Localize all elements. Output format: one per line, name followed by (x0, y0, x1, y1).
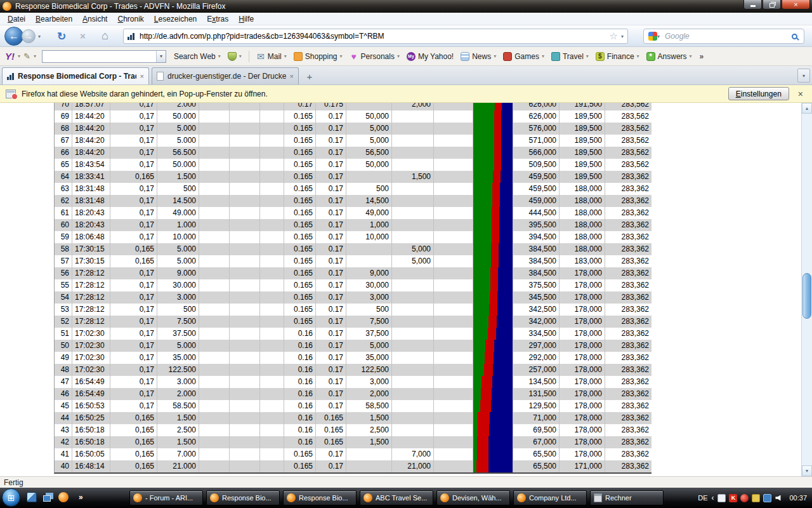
taskbar-task-5[interactable]: Devisen, Wäh... (436, 490, 510, 505)
toolbar-overflow-icon[interactable]: » (700, 52, 704, 61)
yahoo-item-my-yahoo[interactable]: MyMy Yahoo! (405, 52, 455, 61)
cell-bid: 0.16 (284, 340, 316, 352)
cell-day_total: 283,362 (605, 412, 652, 424)
tab-close-icon[interactable]: × (140, 72, 144, 80)
url-input[interactable]: http://de.advfn.com/p.php?pid=trades&cb=… (123, 29, 628, 44)
yahoo-item-shopping[interactable]: Shopping▾ (292, 52, 344, 61)
tab-close-icon[interactable]: × (290, 72, 294, 80)
notification-close-icon[interactable]: × (798, 89, 803, 99)
home-button[interactable]: ⌂ (102, 29, 108, 43)
list-all-tabs-button[interactable]: ▾ (797, 69, 810, 83)
window-switcher-icon[interactable] (43, 495, 51, 502)
bookmark-star-icon[interactable]: ☆ (610, 30, 618, 42)
cell-time: 18:43:54 (72, 159, 110, 171)
reload-button[interactable]: ↻ (57, 30, 66, 43)
back-button[interactable]: ← (4, 27, 23, 46)
window-title: Response Biomedical Corp - Trades - ADVF… (15, 2, 743, 11)
taskbar-task-1[interactable]: - Forum - ARI... (129, 490, 203, 505)
yahoo-item-mail[interactable]: ✉Mail▾ (254, 52, 289, 61)
scroll-down-button[interactable]: ▼ (802, 465, 812, 476)
search-input[interactable]: ▾ Google (643, 29, 804, 44)
chevron-down-icon[interactable]: ▾ (18, 53, 20, 59)
cell-empty (230, 412, 260, 424)
google-icon (648, 32, 657, 41)
kaspersky-tray-icon[interactable]: K (729, 494, 737, 502)
cell-n: 57 (55, 255, 72, 267)
quick-launch-overflow-icon[interactable]: » (79, 493, 83, 502)
status-bar: Fertig (0, 476, 812, 488)
chevron-down-icon[interactable]: ▾ (34, 53, 36, 59)
cell-buy: 2,500 (346, 424, 392, 436)
tab-1[interactable]: Response Biomedical Corp - Trad...× (2, 67, 149, 84)
cell-ask: 0.17 (316, 291, 346, 304)
taskbar-task-4[interactable]: ABC Travel Se... (360, 490, 433, 505)
band-green (473, 291, 490, 304)
menu-ansicht[interactable]: Ansicht (77, 13, 112, 25)
cell-empty (199, 110, 230, 123)
new-tab-button[interactable]: + (301, 69, 318, 84)
vertical-scrollbar[interactable]: ▲ ▼ (801, 103, 812, 476)
menu-hilfe[interactable]: Hilfe (233, 13, 259, 25)
yahoo-item-finance[interactable]: $Finance▾ (594, 52, 641, 61)
taskbar-task-7[interactable]: Rechner (590, 490, 664, 505)
band-green (473, 171, 493, 183)
cell-empty (260, 171, 284, 183)
yahoo-item-travel[interactable]: Travel▾ (549, 52, 591, 61)
menu-bearbeiten[interactable]: Bearbeiten (30, 13, 77, 25)
network-tray-icon[interactable] (763, 494, 771, 502)
stop-button[interactable]: × (80, 30, 86, 41)
scrollbar-thumb[interactable] (802, 273, 811, 319)
cell-sell (392, 135, 434, 147)
tabs-container: Response Biomedical Corp - Trad...×druck… (2, 67, 301, 84)
yahoo-security-button[interactable]: ▾ (226, 52, 244, 61)
close-button[interactable]: × (782, 0, 810, 10)
cell-empty (230, 159, 260, 171)
firefox-icon (133, 493, 142, 502)
menu-chronik[interactable]: Chronik (112, 13, 148, 25)
cell-size: 5.000 (157, 255, 199, 267)
tab-2[interactable]: drucker-guenstiger.de - Der Drucke...× (152, 67, 299, 84)
menu-extras[interactable]: Extras (202, 13, 233, 25)
show-desktop-icon[interactable] (27, 492, 37, 502)
depth-bands-cell (473, 328, 513, 340)
band-blue (502, 103, 513, 110)
menu-lesezeichen[interactable]: Lesezeichen (149, 13, 202, 25)
minimize-button[interactable] (743, 0, 762, 10)
volume-tray-icon[interactable] (775, 494, 783, 502)
document-tray-icon[interactable] (717, 494, 726, 502)
scroll-up-button[interactable]: ▲ (802, 103, 812, 114)
cell-day_total: 283,362 (605, 183, 652, 195)
cell-buy_total: 384,500 (513, 243, 560, 255)
antivirus-tray-icon[interactable] (740, 494, 749, 502)
restore-button[interactable] (763, 0, 781, 10)
cell-sell (392, 195, 434, 207)
cell-sell (392, 267, 434, 279)
taskbar-task-2[interactable]: Response Bio... (206, 490, 280, 505)
firefox-icon[interactable] (58, 492, 69, 502)
history-dropdown-button[interactable]: ▾ (38, 34, 41, 39)
yahoo-search-input[interactable]: ▾ (42, 50, 166, 63)
search-magnifier-icon[interactable] (792, 34, 797, 39)
einstellungen-button[interactable]: Einstellungen (728, 87, 789, 100)
cell-empty (199, 412, 230, 424)
menu-datei[interactable]: Datei (3, 13, 30, 25)
yahoo-item-personals[interactable]: ♥Personals▾ (348, 52, 402, 61)
taskbar-task-3[interactable]: Response Bio... (283, 490, 357, 505)
pencil-icon[interactable]: ✎ (23, 51, 30, 61)
taskbar-task-6[interactable]: Company Ltd... (513, 490, 587, 505)
yahoo-logo[interactable]: Y! (5, 51, 15, 62)
yahoo-search-web-button[interactable]: Search Web ▾ (172, 52, 223, 61)
cell-empty (199, 103, 230, 110)
chevron-down-icon[interactable]: ▾ (156, 51, 166, 62)
bookmark-dropdown-icon[interactable]: ▾ (621, 34, 624, 39)
cell-sell (392, 364, 434, 376)
forward-button[interactable]: → (22, 29, 36, 43)
yahoo-item-games[interactable]: Games▾ (501, 52, 546, 61)
clipboard-tray-icon[interactable] (752, 494, 760, 502)
start-button[interactable]: ⊞ (2, 488, 20, 507)
yahoo-item-news[interactable]: News▾ (459, 52, 498, 61)
language-indicator[interactable]: DE (698, 494, 707, 502)
chevron-left-icon[interactable]: ‹ (711, 493, 714, 502)
yahoo-item-answers[interactable]: *Answers▾ (645, 52, 694, 61)
search-engine-dropdown-icon[interactable]: ▾ (657, 34, 660, 39)
